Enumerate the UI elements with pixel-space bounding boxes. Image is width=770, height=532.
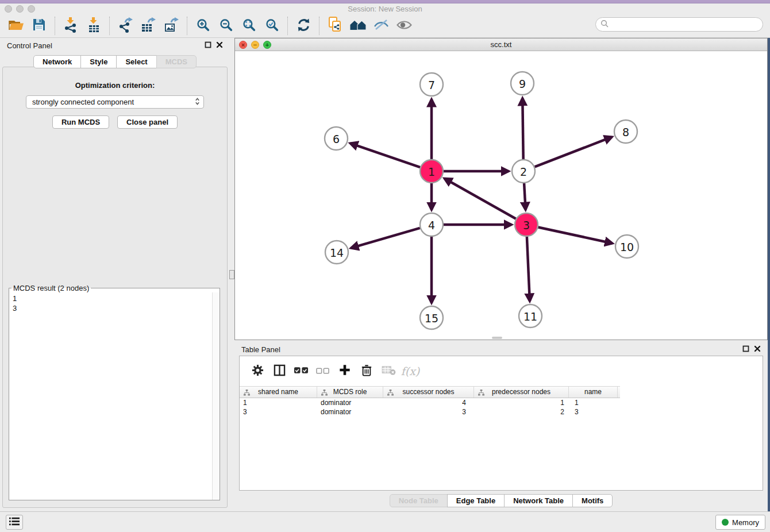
table-cell: 3 — [569, 407, 618, 417]
graph-node-11[interactable]: 11 — [519, 304, 542, 327]
open-session-button[interactable] — [5, 16, 28, 36]
result-scrollbar[interactable] — [212, 292, 220, 500]
close-panel-icon[interactable] — [216, 41, 223, 50]
table-row[interactable]: 1dominator411 — [240, 398, 763, 407]
network-view-window: × − + scc.txt 7968124314101511 — [234, 38, 768, 340]
export-table-button[interactable] — [137, 16, 160, 36]
show-panels-button[interactable] — [6, 515, 23, 530]
tab-select[interactable]: Select — [116, 55, 156, 68]
panel-splitter-handle[interactable] — [229, 270, 234, 279]
table-tab-edge-table[interactable]: Edge Table — [447, 494, 505, 507]
close-window-button[interactable] — [5, 5, 12, 13]
column-header-name[interactable]: name — [569, 387, 618, 398]
graph-edge-3-10[interactable] — [538, 228, 613, 244]
import-table-button[interactable] — [82, 16, 105, 36]
float-panel-icon[interactable] — [205, 41, 211, 50]
export-image-button[interactable] — [160, 16, 183, 36]
zoom-in-button[interactable] — [191, 16, 214, 36]
eye-icon — [396, 20, 412, 32]
close-panel-button[interactable]: Close panel — [117, 115, 178, 129]
graph-node-10[interactable]: 10 — [615, 235, 638, 258]
column-header-shared-name[interactable]: shared name — [240, 387, 317, 398]
criterion-dropdown[interactable]: strongly connected component — [26, 95, 204, 109]
graph-node-label: 10 — [620, 241, 634, 253]
import-table-icon — [86, 17, 102, 35]
graph-node-4[interactable]: 4 — [420, 213, 443, 236]
table-toolbar: f(x) — [240, 356, 763, 386]
table-tab-network-table[interactable]: Network Table — [504, 494, 573, 507]
graph-edge-2-8[interactable] — [535, 137, 612, 167]
tab-style[interactable]: Style — [80, 55, 117, 68]
table-settings-button[interactable] — [247, 361, 268, 381]
network-window-titlebar[interactable]: × − + scc.txt — [235, 38, 767, 51]
memory-status-icon — [722, 519, 729, 526]
graph-node-1[interactable]: 1 — [420, 160, 443, 183]
column-header-successor-nodes[interactable]: successor nodes — [383, 387, 474, 398]
save-floppy-icon — [32, 18, 46, 34]
close-network-button[interactable]: × — [239, 41, 247, 49]
column-header-predecessor-nodes[interactable]: predecessor nodes — [474, 387, 569, 398]
plus-icon — [339, 364, 351, 378]
minimize-window-button[interactable] — [16, 5, 24, 13]
save-session-button[interactable] — [28, 16, 51, 36]
delete-column-button[interactable] — [356, 361, 378, 381]
graph-edge-2-9[interactable] — [522, 98, 523, 159]
fx-icon: f(x) — [401, 365, 420, 377]
graph-node-9[interactable]: 9 — [511, 72, 534, 95]
tab-network[interactable]: Network — [33, 55, 81, 68]
tab-mcds[interactable]: MCDS — [156, 55, 197, 68]
graph-node-6[interactable]: 6 — [325, 127, 348, 150]
zoom-selected-icon — [265, 18, 279, 34]
search-box[interactable] — [595, 17, 763, 32]
network-canvas[interactable]: 7968124314101511 — [235, 51, 767, 340]
table-cell: 3 — [240, 407, 317, 417]
minimize-network-button[interactable]: − — [251, 41, 259, 49]
table-row[interactable]: 3dominator323 — [240, 407, 763, 417]
toolbar-separator — [55, 17, 55, 35]
zoom-window-button[interactable] — [28, 5, 35, 13]
graph-node-2[interactable]: 2 — [512, 160, 535, 183]
canvas-scroll-handle[interactable] — [492, 337, 502, 339]
run-mcds-button[interactable]: Run MCDS — [52, 115, 109, 129]
table-header-row: shared nameMCDS rolesuccessor nodesprede… — [240, 386, 620, 398]
split-view-button[interactable] — [268, 361, 290, 381]
search-input[interactable] — [609, 20, 758, 29]
close-table-panel-icon[interactable] — [754, 345, 761, 354]
memory-button[interactable]: Memory — [715, 515, 765, 530]
graph-node-8[interactable]: 8 — [614, 120, 637, 143]
graph-edge-4-14[interactable] — [351, 228, 420, 248]
refresh-view-button[interactable] — [292, 16, 315, 36]
graph-node-14[interactable]: 14 — [325, 241, 348, 264]
zoom-fit-button[interactable] — [237, 16, 260, 36]
graph-edge-3-1[interactable] — [445, 179, 516, 219]
network-graph[interactable]: 7968124314101511 — [235, 51, 767, 340]
show-all-networks-button[interactable] — [346, 16, 369, 36]
clone-network-button[interactable] — [324, 16, 346, 36]
graph-edge-1-6[interactable] — [351, 143, 421, 167]
graph-node-15[interactable]: 15 — [420, 306, 443, 329]
graph-edge-2-3[interactable] — [524, 183, 526, 210]
export-network-button[interactable] — [114, 16, 137, 36]
graph-node-3[interactable]: 3 — [515, 213, 538, 236]
select-all-columns-button[interactable] — [290, 361, 312, 381]
float-table-panel-icon[interactable] — [742, 345, 749, 354]
zoom-fit-icon — [242, 18, 256, 34]
graph-node-label: 1 — [428, 165, 435, 178]
deselect-all-columns-button[interactable] — [312, 361, 334, 381]
add-column-button[interactable] — [334, 361, 356, 381]
graph-node-7[interactable]: 7 — [420, 73, 443, 96]
zoom-selected-button[interactable] — [260, 16, 283, 36]
control-panel-header: Control Panel — [0, 38, 230, 53]
clone-network-icon — [328, 17, 343, 35]
zoom-out-button[interactable] — [214, 16, 237, 36]
hide-selected-button[interactable] — [369, 16, 392, 36]
column-header-MCDS-role[interactable]: MCDS role — [317, 387, 383, 398]
maximize-network-button[interactable]: + — [263, 41, 271, 49]
table-tab-motifs[interactable]: Motifs — [572, 494, 613, 507]
table-tab-node-table[interactable]: Node Table — [390, 494, 448, 507]
graph-node-label: 11 — [523, 310, 537, 323]
show-selected-button[interactable] — [392, 16, 415, 36]
import-network-button[interactable] — [59, 16, 82, 36]
graph-edge-3-11[interactable] — [527, 237, 530, 301]
titlebar: Session: New Session — [0, 3, 770, 14]
